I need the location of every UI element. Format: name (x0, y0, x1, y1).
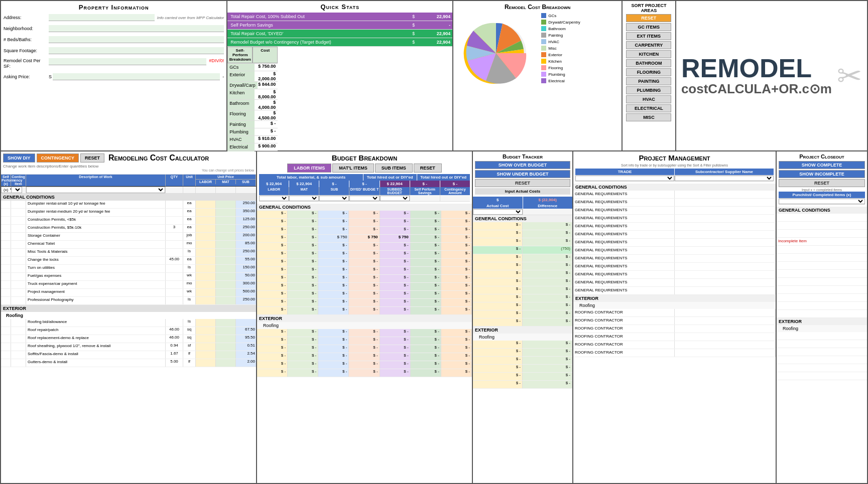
painting-button[interactable]: PAINTING (626, 77, 671, 85)
flooring-button[interactable]: FLOORING (626, 68, 671, 76)
list-item (777, 246, 867, 254)
carpentry-button[interactable]: CARPENTRY (626, 41, 671, 49)
beds-input[interactable] (49, 36, 224, 43)
pc-scroll-area[interactable]: GENERAL CONDITIONS Incomplete Item EXTER… (777, 207, 867, 483)
show-diy-button[interactable]: SHOW DIY (3, 153, 35, 163)
rcc-panel: SHOW DIY CONTINGENCY RESET Remodeling Co… (1, 151, 257, 483)
list-item: ROOFING CONTRACTOR (573, 317, 776, 325)
rcc-scroll-area[interactable]: GENERAL CONDITIONS Dumpster rental-small… (1, 194, 256, 483)
table-row: Dumpster rental-medium 20 yd w/ tonnage … (1, 209, 256, 217)
list-item: $ -$ -$ -$ -$ -$ -$ - (257, 337, 472, 345)
bb-scroll-area[interactable]: GENERAL CONDITIONS $ -$ -$ -$ -$ -$ -$ -… (257, 204, 472, 483)
qs-value-2: 22,904 (417, 31, 452, 36)
list-item: $ -$ - (473, 262, 572, 270)
col-labor: LABOR (196, 180, 216, 184)
bb-reset-button[interactable]: RESET (414, 164, 442, 173)
reset-button[interactable]: RESET (626, 14, 671, 22)
bathroom-button[interactable]: BATHROOM (626, 59, 671, 67)
list-item (777, 364, 867, 372)
list-item: Incomplete Item (777, 238, 867, 246)
show-incomplete-button[interactable]: SHOW INCOMPLETE (779, 170, 865, 178)
labor-items-tab[interactable]: LABOR ITEMS (287, 164, 331, 173)
bb-subsection-roofing: Roofing (257, 322, 472, 329)
table-row: Soffits/Fascia-demo & install1.67lf2.54 (1, 351, 256, 359)
asking-prefix: S (49, 74, 52, 79)
sqft-input[interactable] (49, 47, 224, 54)
list-item: $ -$ - (473, 310, 572, 318)
bb-grand-total-4: $ - (349, 181, 380, 187)
bb-filter-3[interactable] (319, 196, 349, 201)
qs-label-0: Total Repair Cost, 100% Subbed Out (227, 13, 410, 21)
bb-total-hired-subbed: Total hired out or DIY'ed (417, 174, 470, 181)
qs-value-1: - (417, 23, 452, 28)
bb-filter-2[interactable] (289, 196, 319, 201)
list-item: ROOFING CONTRACTOR (573, 309, 776, 317)
pm-filter-trade[interactable] (575, 176, 674, 181)
pm-scroll-area[interactable]: GENERAL CONDITIONS GENERAL REQUIREMENTS … (573, 184, 776, 483)
address-input[interactable] (49, 14, 155, 21)
pc-title: Project Closeout (779, 153, 865, 159)
show-under-budget-button[interactable]: SHOW UNDER BUDGET (475, 170, 570, 178)
qs-label-1: Self Perform Savings (227, 21, 410, 29)
show-complete-button[interactable]: SHOW COMPLETE (779, 161, 865, 169)
address-note: Info carried over from MPP Calculator (157, 16, 224, 20)
plumbing-button[interactable]: PLUMBING (626, 86, 671, 94)
list-item: $ -$ -$ -$ -$ -$ -$ - (257, 291, 472, 299)
table-row: Project managementwk500.00 (1, 289, 256, 297)
property-info-panel: Property Information Address: Info carri… (1, 1, 227, 150)
desc-filter[interactable] (26, 187, 165, 193)
sub-items-tab[interactable]: SUB ITEMS (375, 164, 413, 173)
rcc-note: Change work item descriptions/Enter quan… (3, 164, 254, 169)
list-item (777, 286, 867, 294)
asking-input[interactable] (53, 73, 220, 80)
list-item (777, 230, 867, 238)
hvac-button[interactable]: HVAC (626, 95, 671, 103)
contingency-filter[interactable] (11, 187, 22, 193)
pc-filter[interactable] (779, 199, 865, 204)
pm-filter-supplier[interactable] (675, 176, 774, 181)
logo-line2: costCALCULA+OR.c⊙m (681, 81, 832, 97)
bt-filter-1[interactable] (473, 209, 523, 215)
quick-stats-title: Quick Stats (227, 1, 452, 13)
remodel-cost-input[interactable] (49, 58, 206, 65)
list-item: GENERAL REQUIREMENTS (573, 223, 776, 231)
misc-button[interactable]: MISC (626, 113, 671, 121)
electrical-button[interactable]: ELECTRICAL (626, 104, 671, 112)
remodel-cost-label: Remodel Cost Per SF: (4, 58, 49, 69)
kitchen-button[interactable]: KITCHEN (626, 50, 671, 58)
gc-items-button[interactable]: GC ITEMS (626, 23, 671, 31)
qs-value-0: 22,904 (417, 14, 452, 19)
list-item (777, 222, 867, 230)
bb-filter-5[interactable] (380, 196, 410, 201)
qs-label-2: Total Repair Cost, 'DIYED' (227, 30, 410, 38)
trade-label-6: Painting (227, 121, 255, 128)
table-row: Misc Tools & Materialsls250.00 (1, 249, 256, 257)
bb-col-labor: LABOR (259, 187, 289, 195)
col-qty: QTY (166, 175, 183, 186)
bb-col-sub: SUB (319, 187, 349, 195)
list-item: $ -$ - (473, 238, 572, 246)
pc-reset-button[interactable]: RESET (779, 179, 865, 187)
bb-grand-total-1: $ 22,904 (259, 181, 289, 187)
list-item: $ -$ - (473, 230, 572, 238)
neighborhood-input[interactable] (49, 25, 224, 32)
bt-title: Budget Tracker (475, 153, 570, 159)
beds-label: # Beds/Baths: (4, 37, 49, 42)
bb-filter-4[interactable] (349, 196, 379, 201)
incomplete-item: Incomplete Item (778, 239, 807, 243)
rcc-reset-button[interactable]: RESET (80, 153, 104, 163)
bt-reset-button[interactable]: RESET (475, 179, 570, 187)
bt-col-actual: Actual Cost (473, 203, 523, 209)
list-item (777, 294, 867, 302)
ext-items-button[interactable]: EXT ITEMS (626, 32, 671, 40)
list-item: GENERAL REQUIREMENTS (573, 247, 776, 255)
bt-scroll-area[interactable]: GENERAL CONDITIONS $ -$ - $ -$ - $ -$ - … (473, 215, 572, 483)
bb-grand-total-3: $ - (319, 181, 349, 187)
contingency-button[interactable]: CONTINGENCY (37, 153, 79, 163)
qs-value-3: 22,904 (417, 40, 452, 45)
bb-filter-1[interactable] (259, 196, 289, 201)
show-over-budget-button[interactable]: SHOW OVER BUDGET (475, 161, 570, 169)
matl-items-tab[interactable]: MAT'L ITEMS (332, 164, 374, 173)
logo-line1: REMODEL (681, 55, 832, 81)
trade-value-9: $ 900.00 (255, 143, 278, 150)
